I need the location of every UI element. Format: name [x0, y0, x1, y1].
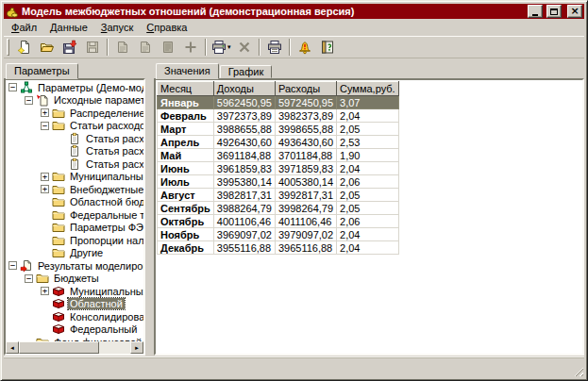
- table-row[interactable]: Октябрь4001106,464011106,462,06: [158, 215, 399, 228]
- minimize-button[interactable]: [528, 5, 543, 18]
- sheet-edit-icon: [138, 40, 153, 55]
- tree-item[interactable]: Параметры ФЭР: [6, 222, 143, 235]
- tree-item[interactable]: +Муниципальные образования: [6, 171, 143, 184]
- tree-item[interactable]: Статья расходов 1: [6, 132, 143, 145]
- values-panel: ЗначенияГрафик МесяцДоходыРасходыСумма,р…: [154, 62, 584, 356]
- maximize-button[interactable]: [546, 5, 562, 18]
- month-cell: Февраль: [158, 109, 214, 123]
- menu-item[interactable]: Данные: [43, 21, 94, 35]
- value-cell: 4001106,46: [213, 215, 275, 228]
- book-icon: [52, 323, 65, 336]
- collapse-toggle[interactable]: −: [41, 122, 49, 130]
- alarm-bell-button[interactable]: [294, 37, 316, 58]
- tab-значения[interactable]: Значения: [156, 63, 219, 79]
- tab-parameters[interactable]: Параметры: [6, 63, 78, 79]
- tree-item[interactable]: −Бюджеты: [6, 273, 143, 286]
- help-book-icon: [320, 40, 335, 55]
- expand-toggle[interactable]: +: [41, 185, 49, 193]
- menu-item[interactable]: Запуск: [94, 21, 140, 35]
- tree-item[interactable]: Областной: [6, 298, 143, 311]
- table-row[interactable]: Июнь3961859,833971859,832,04: [158, 162, 399, 175]
- tree: −Параметры (Демо-модель-2.−Исходные пара…: [6, 80, 143, 341]
- column-header[interactable]: Месяц: [158, 82, 214, 96]
- table-row[interactable]: Декабрь3955116,883965116,882,04: [158, 241, 399, 255]
- tree-item[interactable]: Федеральные трансферты: [6, 208, 143, 222]
- tree-item[interactable]: −Результаты моделирования: [6, 259, 143, 273]
- scrollbar-thumb[interactable]: [19, 341, 99, 354]
- value-cell: 2,05: [337, 202, 399, 215]
- tree-item[interactable]: Пропорции налогов: [6, 234, 143, 247]
- horizontal-scrollbar[interactable]: ◄ ►: [6, 341, 143, 354]
- export-page-icon: [20, 259, 33, 273]
- sheet-copy-button: [111, 37, 134, 58]
- tree-item[interactable]: Другие: [6, 247, 143, 260]
- title-bar[interactable]: Модель межбюджетных отношений (демонстра…: [4, 4, 584, 19]
- close-icon: ×: [570, 7, 579, 16]
- table-row[interactable]: Ноябрь3969097,023979097,022,04: [158, 228, 399, 241]
- column-header[interactable]: Расходы: [275, 82, 336, 96]
- table-row[interactable]: Апрель4926430,604936430,602,53: [158, 136, 399, 149]
- value-cell: 3988655,88: [213, 123, 275, 136]
- tree-item[interactable]: Областной бюджет: [6, 196, 143, 209]
- table-row[interactable]: Февраль3972373,893982373,892,04: [158, 109, 399, 123]
- tree-item-label: Областной бюджет: [68, 196, 143, 207]
- column-header[interactable]: Сумма,руб.: [337, 82, 399, 96]
- tree-item[interactable]: Федеральный: [6, 323, 143, 337]
- tree-item[interactable]: Консолидированный: [6, 310, 143, 323]
- print-preview-button[interactable]: ▾: [210, 37, 233, 58]
- toolbar-grip[interactable]: [7, 39, 9, 56]
- panel-splitter[interactable]: [145, 62, 154, 356]
- expand-toggle[interactable]: +: [41, 287, 49, 295]
- tree-item[interactable]: +Распределение налогов: [6, 107, 143, 120]
- tree-item-label: Распределение налогов: [68, 108, 143, 119]
- note-icon: [68, 157, 81, 171]
- tree-item[interactable]: Статья расходов 3: [6, 157, 143, 171]
- open-folder-button[interactable]: [36, 37, 59, 58]
- expand-toggle[interactable]: +: [41, 108, 49, 117]
- close-button[interactable]: ×: [567, 5, 582, 18]
- value-cell: 2,04: [337, 162, 399, 175]
- folder-icon: [52, 170, 65, 183]
- value-cell: 3982817,31: [213, 189, 275, 202]
- tree-item[interactable]: +Внебюджетные фонды: [6, 183, 143, 196]
- value-cell: 2,53: [337, 136, 399, 149]
- table-row[interactable]: Сентябрь3988264,793998264,792,05: [158, 202, 399, 215]
- column-header[interactable]: Доходы: [213, 82, 275, 96]
- toolbar-separator: [107, 39, 109, 56]
- help-book-button[interactable]: [316, 37, 339, 58]
- collapse-toggle[interactable]: −: [8, 83, 17, 91]
- right-tab-row: ЗначенияГрафик: [154, 62, 584, 78]
- table-row[interactable]: Июль3995380,144005380,142,06: [158, 175, 399, 189]
- table-row[interactable]: Январь5962450,955972450,953,07: [158, 96, 399, 109]
- month-cell: Июль: [158, 175, 214, 189]
- tree-item[interactable]: −Параметры (Демо-модель-2.: [6, 81, 143, 94]
- menu-item[interactable]: Файл: [5, 21, 43, 35]
- month-cell: Август: [158, 189, 214, 202]
- tree-item[interactable]: Статья расходов 2: [6, 145, 143, 158]
- value-cell: 2,06: [337, 175, 399, 189]
- collapse-toggle[interactable]: −: [8, 261, 17, 270]
- new-document-button[interactable]: [13, 37, 36, 58]
- table-row[interactable]: Март3988655,883998655,882,05: [158, 123, 399, 136]
- table-row[interactable]: Август3982817,313992817,312,05: [158, 189, 399, 202]
- menu-item[interactable]: Справка: [140, 21, 193, 35]
- expand-toggle[interactable]: +: [41, 173, 49, 181]
- save-import-button[interactable]: [59, 37, 81, 58]
- tree-item[interactable]: −Статьи расходов: [6, 120, 143, 133]
- print-button[interactable]: [263, 37, 286, 58]
- resize-grip[interactable]: [572, 365, 583, 376]
- collapse-toggle[interactable]: −: [25, 274, 33, 283]
- note-icon: [68, 132, 81, 145]
- scroll-right-button[interactable]: ►: [130, 341, 143, 354]
- value-cell: 4011106,46: [275, 215, 336, 228]
- scrollbar-track[interactable]: [19, 341, 130, 354]
- dropdown-arrow-icon[interactable]: ▾: [227, 43, 231, 51]
- tab-график[interactable]: График: [220, 65, 273, 78]
- tree-item-label: Параметры (Демо-модель-2.: [36, 82, 143, 93]
- collapse-toggle[interactable]: −: [25, 96, 33, 105]
- left-tab-row: Параметры: [4, 62, 145, 78]
- tree-item[interactable]: −Исходные параметры: [6, 94, 143, 108]
- tree-item[interactable]: +Муниципальных образований: [6, 285, 143, 298]
- scroll-left-button[interactable]: ◄: [6, 341, 19, 354]
- table-row[interactable]: Май3691184,883701184,881,90: [158, 149, 399, 162]
